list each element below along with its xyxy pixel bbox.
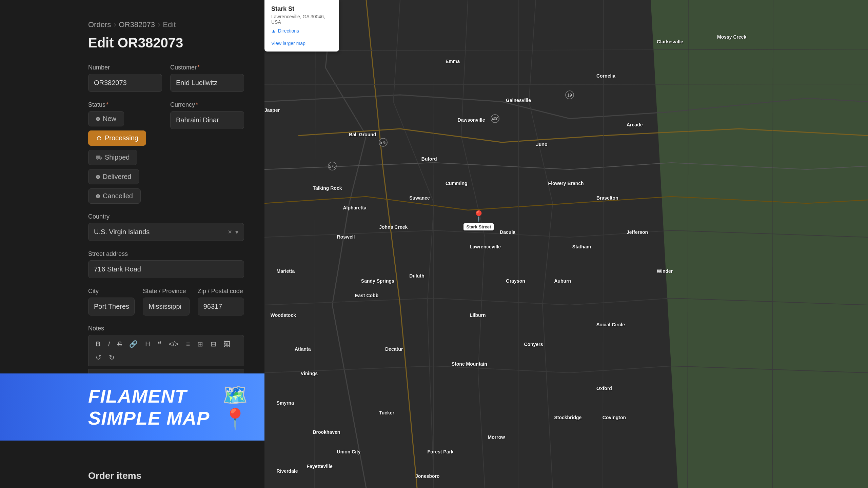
image-button[interactable]: 🖼: [221, 339, 233, 349]
form-group-status: Status* New Processing: [88, 101, 162, 204]
form-group-customer: Customer*: [170, 64, 244, 92]
undo-button[interactable]: ↺: [93, 352, 104, 363]
code-button[interactable]: </>: [166, 339, 181, 349]
bold-button[interactable]: B: [93, 339, 103, 349]
status-shipped-label: Shipped: [105, 154, 130, 161]
street-label: Street address: [88, 250, 244, 258]
form-section: Number Customer* Status* N: [88, 64, 244, 400]
state-input[interactable]: [143, 298, 189, 316]
banner-icon: 🗺️📍: [222, 383, 251, 431]
zip-label: Zip / Postal code: [198, 288, 244, 295]
zip-input[interactable]: [198, 298, 244, 316]
dot-delivered-icon: [96, 175, 100, 179]
form-row-number-customer: Number Customer*: [88, 64, 244, 92]
status-btn-delivered[interactable]: Delivered: [88, 169, 139, 184]
heading-button[interactable]: H: [143, 339, 152, 349]
state-label: State / Province: [143, 288, 189, 295]
breadcrumb-edit: Edit: [163, 20, 176, 29]
city-input[interactable]: [88, 298, 135, 316]
form-row-status-currency: Status* New Processing: [88, 101, 244, 204]
truck-icon: [96, 155, 102, 161]
status-btn-processing[interactable]: Processing: [88, 130, 146, 146]
dot-new-icon: [96, 117, 100, 121]
redo-button[interactable]: ↻: [106, 352, 117, 363]
svg-text:575: 575: [329, 164, 336, 169]
map-roads-svg: 575 575 400 19: [264, 0, 868, 488]
banner: FILAMENT SIMPLE MAP 🗺️📍: [0, 373, 264, 441]
popup-directions-link[interactable]: ▲ Directions: [271, 28, 332, 34]
currency-input[interactable]: [170, 111, 244, 129]
breadcrumb-orders[interactable]: Orders: [88, 20, 111, 29]
link-button[interactable]: 🔗: [127, 339, 140, 349]
svg-text:400: 400: [492, 117, 498, 121]
page-title: Edit OR382073: [88, 35, 244, 50]
left-panel: Orders › OR382073 › Edit Edit OR382073 N…: [0, 0, 264, 488]
form-group-state: State / Province: [143, 288, 189, 316]
map-marker-label: Stark Street: [463, 223, 494, 230]
status-new-label: New: [103, 115, 116, 123]
status-cancelled-label: Cancelled: [103, 192, 133, 200]
popup-subtitle: Lawrenceville, GA 30046, USA: [271, 14, 332, 25]
svg-text:575: 575: [380, 140, 387, 145]
popup-larger-map-link[interactable]: View larger map: [271, 41, 332, 46]
chevron-down-icon: ▾: [235, 228, 238, 236]
strikethrough-button[interactable]: S: [115, 339, 124, 349]
customer-label: Customer*: [170, 64, 244, 71]
status-btn-cancelled[interactable]: Cancelled: [88, 188, 141, 204]
status-label: Status*: [88, 101, 162, 108]
blockquote-button[interactable]: ❝: [155, 339, 164, 349]
svg-text:19: 19: [567, 93, 572, 98]
form-group-currency: Currency*: [170, 101, 244, 204]
status-processing-label: Processing: [105, 134, 138, 142]
table-button[interactable]: ⊟: [208, 339, 219, 349]
directions-icon: ▲: [271, 28, 276, 34]
country-clear-icon[interactable]: ×: [228, 228, 232, 236]
right-panel: 575 575 400 19 Atlanta Marietta Alpharet…: [264, 0, 868, 488]
form-group-country: Country U.S. Virgin Islands × ▾: [88, 213, 244, 241]
map-info-popup: Stark St Lawrenceville, GA 30046, USA ▲ …: [264, 0, 339, 52]
form-row-city-state-zip: City State / Province Zip / Postal code: [88, 288, 244, 316]
unordered-list-button[interactable]: ≡: [184, 339, 193, 349]
popup-divider: [271, 37, 332, 37]
customer-input[interactable]: [170, 74, 244, 92]
form-group-street: Street address: [88, 250, 244, 278]
map-marker: 📍 Stark Street: [463, 210, 494, 230]
italic-button[interactable]: I: [105, 339, 112, 349]
status-btn-shipped[interactable]: Shipped: [88, 150, 137, 165]
country-value: U.S. Virgin Islands: [94, 228, 228, 236]
number-input[interactable]: [88, 74, 162, 92]
directions-label: Directions: [278, 28, 299, 34]
banner-text: FILAMENT SIMPLE MAP: [88, 385, 214, 429]
refresh-icon: [96, 135, 102, 141]
order-items-section: Order items: [88, 460, 264, 488]
number-label: Number: [88, 64, 162, 71]
breadcrumb-sep-2: ›: [158, 20, 160, 29]
country-label: Country: [88, 213, 244, 220]
location-pin-icon: 📍: [472, 210, 486, 223]
city-label: City: [88, 288, 135, 295]
country-select[interactable]: U.S. Virgin Islands × ▾: [88, 223, 244, 241]
status-delivered-label: Delivered: [103, 173, 131, 181]
notes-label: Notes: [88, 325, 244, 332]
form-group-number: Number: [88, 64, 162, 92]
popup-title: Stark St: [271, 5, 332, 13]
dot-cancelled-icon: [96, 194, 100, 198]
breadcrumb-sep-1: ›: [114, 20, 116, 29]
status-btn-new[interactable]: New: [88, 111, 124, 126]
form-group-zip: Zip / Postal code: [198, 288, 244, 316]
street-input[interactable]: [88, 260, 244, 278]
status-buttons: New Processing Shipped: [88, 111, 162, 204]
breadcrumb-order-number[interactable]: OR382073: [119, 20, 155, 29]
currency-label: Currency*: [170, 101, 244, 108]
ordered-list-button[interactable]: ⊞: [195, 339, 205, 349]
order-items-title: Order items: [88, 470, 264, 481]
map-background: 575 575 400 19 Atlanta Marietta Alpharet…: [264, 0, 868, 488]
editor-toolbar: B I S 🔗 H ❝ </> ≡ ⊞ ⊟ 🖼 ↺ ↻: [88, 335, 244, 366]
form-group-city: City: [88, 288, 135, 316]
breadcrumb: Orders › OR382073 › Edit: [88, 20, 244, 29]
map-container[interactable]: 575 575 400 19 Atlanta Marietta Alpharet…: [264, 0, 868, 488]
